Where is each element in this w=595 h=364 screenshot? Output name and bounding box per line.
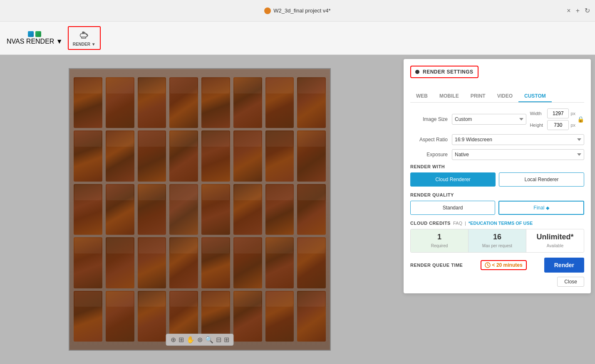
icon-square-2: [35, 31, 41, 37]
height-label: Height: [530, 123, 545, 128]
credits-separator: |: [465, 221, 466, 226]
tool-zoom[interactable]: 🔍: [205, 336, 213, 344]
main-area: ⊕ ⊞ ✋ ⊛ 🔍 ⊟ ⊞ RENDER SETTINGS WEB: [0, 55, 595, 364]
bottom-toolbar: ⊕ ⊞ ✋ ⊛ 🔍 ⊟ ⊞: [166, 334, 234, 346]
cloud-credits-title: CLOUD CREDITS: [410, 221, 451, 226]
right-panel: RENDER SETTINGS WEB MOBILE PRINT VIDEO C…: [399, 55, 595, 364]
render-tabs: WEB MOBILE PRINT VIDEO CUSTOM: [410, 91, 584, 103]
render-settings-card: RENDER SETTINGS WEB MOBILE PRINT VIDEO C…: [404, 59, 591, 293]
local-renderer-button[interactable]: Local Renderer: [499, 172, 584, 187]
toolbar: NVAS RENDER ▼ RENDER ▼: [0, 22, 595, 55]
slat-col-6: [233, 77, 262, 342]
close-row: Close: [410, 277, 584, 287]
max-credits-cell: 16 Max per request: [469, 229, 526, 252]
cloud-renderer-button[interactable]: Cloud Renderer: [410, 172, 496, 187]
canvas-frame: ⊕ ⊞ ✋ ⊛ 🔍 ⊟ ⊞: [69, 68, 331, 351]
clock-icon: [485, 262, 491, 268]
settings-dot: [415, 70, 419, 74]
render-settings-title: RENDER SETTINGS: [423, 69, 474, 75]
width-label: Width: [530, 111, 545, 116]
cloud-credits-header: CLOUD CREDITS FAQ | *EDUCATION TERMS OF …: [410, 221, 584, 226]
tab-custom[interactable]: CUSTOM: [518, 91, 552, 102]
canvas-area: ⊕ ⊞ ✋ ⊛ 🔍 ⊟ ⊞: [0, 55, 399, 364]
exposure-label: Exposure: [410, 152, 448, 157]
window-title: W2_3d_final project v4*: [273, 7, 330, 14]
slat-container: [74, 77, 326, 342]
required-credits-cell: 1 Required: [411, 229, 469, 252]
standard-quality-button[interactable]: Standard: [410, 201, 495, 215]
diamond-icon: ◆: [546, 205, 549, 210]
slat-col-4: [169, 77, 198, 342]
canvas-render-button[interactable]: NVAS RENDER ▼: [3, 29, 66, 48]
height-unit: px: [570, 123, 575, 128]
slat-col-2: [106, 77, 134, 342]
teapot-icon: [78, 30, 90, 41]
image-size-select[interactable]: Custom Native 1920x1080 1280x720: [452, 114, 526, 125]
available-credits-number: Unlimited*: [528, 233, 582, 241]
title-bar-title: W2_3d_final project v4*: [264, 7, 330, 14]
tab-print[interactable]: PRINT: [465, 91, 491, 102]
aspect-ratio-row: Aspect Ratio 16:9 Widescreen 4:3 1:1: [410, 134, 584, 145]
required-credits-label: Required: [431, 243, 448, 248]
render-quality-title: RENDER QUALITY: [410, 192, 584, 197]
max-credits-number: 16: [470, 233, 524, 241]
image-size-row: Image Size Custom Native 1920x1080 1280x…: [410, 108, 584, 130]
tool-pan[interactable]: ✋: [186, 336, 195, 344]
render-with-title: RENDER WITH: [410, 164, 584, 169]
queue-time-value: < 20 minutes: [492, 262, 523, 268]
max-credits-label: Max per request: [482, 243, 512, 248]
height-input[interactable]: [547, 120, 569, 130]
queue-row: RENDER QUEUE TIME < 20 minutes Render: [410, 258, 584, 273]
app-icon: [264, 7, 271, 14]
tool-move[interactable]: ⊕: [171, 336, 176, 344]
render-with-row: Cloud Renderer Local Renderer: [410, 172, 584, 187]
slat-col-8: [297, 77, 326, 342]
width-input[interactable]: [547, 108, 569, 118]
title-bar: W2_3d_final project v4* × + ↻: [0, 0, 595, 22]
slat-col-5: [201, 77, 230, 342]
slat-col-7: [265, 77, 294, 342]
refresh-button[interactable]: ↻: [585, 7, 590, 15]
tab-mobile[interactable]: MOBILE: [434, 91, 465, 102]
queue-time-label: RENDER QUEUE TIME: [410, 263, 463, 268]
height-row: Height px: [530, 120, 575, 130]
close-button[interactable]: ×: [567, 7, 570, 15]
slat-col-1: [74, 77, 102, 342]
tab-web[interactable]: WEB: [410, 91, 434, 102]
exposure-row: Exposure Native Custom: [410, 149, 584, 160]
render-label: RENDER ▼: [73, 42, 96, 47]
title-bar-controls[interactable]: × + ↻: [567, 7, 590, 15]
canvas-image: [69, 69, 330, 350]
queue-time-badge: < 20 minutes: [481, 260, 527, 270]
canvas-render-icon: [28, 31, 41, 37]
quality-row: Standard Final ◆: [410, 201, 584, 215]
credits-grid: 1 Required 16 Max per request Unlimited*…: [410, 229, 584, 253]
final-quality-button[interactable]: Final ◆: [498, 201, 584, 215]
aspect-ratio-label: Aspect Ratio: [410, 137, 448, 143]
width-row: Width px: [530, 108, 575, 118]
icon-square-1: [28, 31, 34, 37]
aspect-ratio-select[interactable]: 16:9 Widescreen 4:3 1:1: [452, 134, 584, 145]
tool-display[interactable]: ⊞: [224, 336, 229, 344]
tab-video[interactable]: VIDEO: [491, 91, 518, 102]
canvas-render-label: NVAS RENDER ▼: [7, 38, 63, 45]
available-credits-label: Available: [547, 243, 563, 248]
render-settings-header: RENDER SETTINGS: [410, 66, 478, 78]
width-unit: px: [570, 111, 575, 116]
tool-orbit[interactable]: ⊛: [197, 336, 203, 344]
available-credits-cell: Unlimited* Available: [526, 229, 584, 252]
faq-link[interactable]: FAQ: [453, 221, 462, 226]
size-inputs: Width px Height px: [530, 108, 575, 130]
required-credits-number: 1: [412, 233, 466, 241]
render-button[interactable]: RENDER ▼: [68, 26, 101, 50]
tool-grid[interactable]: ⊟: [216, 336, 221, 344]
terms-link[interactable]: *EDUCATION TERMS OF USE: [469, 221, 533, 226]
lock-icon[interactable]: 🔒: [577, 116, 584, 123]
image-size-label: Image Size: [410, 116, 448, 122]
add-tab-button[interactable]: +: [576, 7, 580, 15]
exposure-select[interactable]: Native Custom: [452, 149, 584, 160]
tool-select[interactable]: ⊞: [178, 336, 184, 344]
close-button[interactable]: Close: [557, 277, 584, 287]
render-submit-button[interactable]: Render: [544, 258, 584, 273]
slat-col-3: [138, 77, 166, 342]
